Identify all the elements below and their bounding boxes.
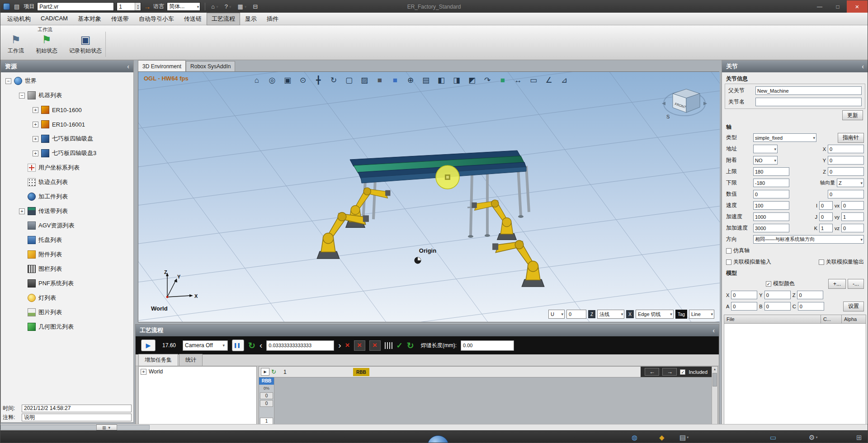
model-c-input[interactable]: 0 [798,302,824,311]
add-window-icon[interactable]: ⊞ [856,431,862,443]
tree-item-轨迹点列表[interactable]: 轨迹点列表 [1,175,133,189]
language-select[interactable]: 简体... ▾ [167,2,200,11]
section-box-icon[interactable]: ▤ [420,74,432,86]
layers-icon[interactable]: ▤▾ [679,431,689,443]
model-y-input[interactable]: 0 [764,291,791,299]
maximize-button[interactable]: □ [829,0,847,13]
upper-limit-input[interactable]: 180 [753,167,789,176]
target-icon[interactable]: ⊕ [404,74,417,86]
scroll-up-icon[interactable]: ▴ [712,367,717,371]
vz-input[interactable]: 0 [841,224,864,232]
menu-item-插件[interactable]: 插件 [262,13,283,25]
track-tag[interactable]: RBB [353,368,369,376]
minimize-button[interactable]: — [811,0,829,13]
process-tree-root[interactable]: + World [141,368,255,375]
delete-button[interactable]: × [345,341,350,350]
type-select[interactable]: simple_fixed▾ [753,133,816,142]
jerk-input[interactable]: 3000 [753,224,789,232]
spinner-value[interactable]: 1 [117,3,135,10]
menu-item-传送链[interactable]: 传送链 [179,13,207,25]
track-loop-icon[interactable]: ↻ [271,368,276,375]
tree-item-AGV资源列表[interactable]: AGV资源列表 [1,218,133,233]
quick-access-icon[interactable]: ▤ [13,3,21,10]
ribbon-button-record-initial-state[interactable]: ▣记录初始状态 [66,33,105,56]
layout-menu-icon[interactable]: ⊟ [251,3,259,10]
refresh-button[interactable]: ↻ [407,340,414,351]
sim-axis-checkbox[interactable] [726,248,731,254]
y-input[interactable]: 0 [828,156,864,165]
shaded-view-icon[interactable]: ■ [373,74,386,86]
ribbon-group-tab[interactable]: 工作流 [38,26,52,33]
tree-item-几何图元列表[interactable]: 几何图元列表 [1,320,133,334]
lower-limit-input[interactable]: -180 [753,179,789,187]
app-icon[interactable] [3,3,10,10]
console-icon[interactable]: ◍ [632,431,637,443]
tree-item-世界[interactable]: −世界 [1,74,133,88]
play-button[interactable]: ▶ [141,339,156,351]
wireframe-view-icon[interactable]: ■ [389,74,401,86]
run-arrow-icon[interactable]: → [144,3,151,10]
u-value-input[interactable]: 0 [566,310,586,319]
pan-icon[interactable]: ╋ [312,74,325,86]
tree-expander-icon[interactable]: + [33,122,38,127]
k-input[interactable]: 1 [819,224,833,232]
parent-joint-field[interactable]: New_Machine [755,86,862,95]
viewport-switch-button[interactable]: ▥▾ [96,424,117,430]
normal-select[interactable]: 法线▾ [597,310,624,319]
i-input[interactable]: 0 [819,201,833,210]
loop-button[interactable]: ↻ [248,340,255,351]
tree-item-ER10-16001[interactable]: +ER10-16001 [1,117,133,132]
note-field[interactable]: 说明 [22,414,132,421]
home-menu-icon[interactable]: ⌂▾ [210,3,220,10]
move-right-button[interactable]: → [662,368,677,376]
vy-input[interactable]: 1 [841,212,864,221]
zoom-window-icon[interactable]: ▣ [281,74,294,86]
angle-icon[interactable]: ∠ [542,74,555,86]
compass-button[interactable]: 指南针 [838,133,864,143]
collapse-resources-icon[interactable]: ‹ [127,63,129,70]
file-column-C...[interactable]: C... [821,315,842,324]
tree-item-传送带列表[interactable]: +传送带列表 [1,204,133,218]
j-input[interactable]: 0 [819,212,833,221]
3d-viewport[interactable]: Origin Z Y X World [138,71,719,322]
menu-item-显示[interactable]: 显示 [240,13,262,25]
set-button[interactable]: 设置 [843,302,864,311]
analog-in-checkbox[interactable] [726,259,731,265]
count-spinner[interactable]: 1 ▴▾ [117,2,141,11]
u-select[interactable]: U▾ [548,310,565,319]
attach-select[interactable]: NO▾ [753,156,778,165]
file-column-Alpha[interactable]: Alpha [842,315,866,324]
collapse-process-icon[interactable]: ‹ [712,327,715,334]
home-icon[interactable]: ⌂ [250,74,263,86]
ribbon-button-initial-state[interactable]: ⚑初始状态 [32,33,61,56]
menu-item-工艺流程[interactable]: 工艺流程 [207,13,240,25]
confirm-button[interactable]: ✓ [396,341,403,350]
tree-item-灯列表[interactable]: 灯列表 [1,291,133,305]
lane-value[interactable]: 0 [260,392,273,399]
plane-xy-icon[interactable]: ◧ [435,74,448,86]
selection-handle[interactable] [436,165,459,189]
tree-item-图片列表[interactable]: 图片列表 [1,305,133,320]
process-tab-增加任务集[interactable]: 增加任务集 [138,354,178,366]
speed-input[interactable]: 100 [753,201,789,210]
analog-out-checkbox[interactable] [819,259,824,265]
tree-expander-icon[interactable]: − [5,78,11,84]
step-forward-button[interactable]: › [338,340,341,350]
plane-xz-icon[interactable]: ◩ [466,74,478,86]
included-checkbox[interactable]: ✓ [680,369,685,375]
hatch-shading-icon[interactable]: ▨ [358,74,371,86]
delete-all-button[interactable]: × [369,340,381,351]
file-list[interactable] [724,324,866,424]
collapse-joint-icon[interactable]: ‹ [862,63,864,70]
rotate-view-icon[interactable]: ↻ [327,74,340,86]
tree-item-用户坐标系列表[interactable]: 用户坐标系列表 [1,160,133,175]
move-left-button[interactable]: ← [645,368,659,376]
address-select[interactable]: ▾ [753,145,778,153]
tree-item-ER10-1600[interactable]: +ER10-1600 [1,103,133,117]
tree-item-附件列表[interactable]: 附件列表 [1,247,133,262]
menu-item-运动机构[interactable]: 运动机构 [2,13,36,25]
tree-expander-icon[interactable]: − [19,93,25,99]
model-b-input[interactable]: 0 [764,302,791,311]
value-input[interactable]: 0 [753,190,789,198]
model-add-button[interactable]: +... [828,279,846,289]
